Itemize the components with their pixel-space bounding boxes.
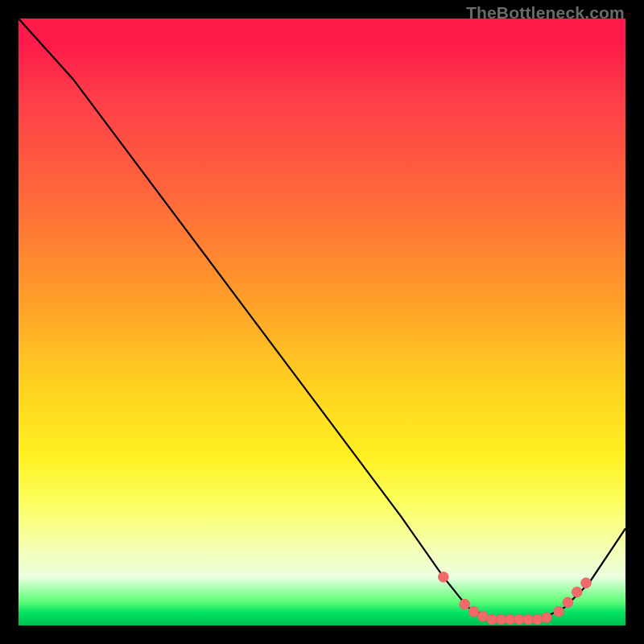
marker-dot	[554, 606, 564, 617]
marker-dot	[477, 611, 488, 621]
marker-dot	[581, 578, 592, 588]
marker-dot	[563, 597, 573, 608]
bottleneck-curve	[19, 19, 625, 620]
curve-layer	[19, 19, 625, 625]
chart-stage: TheBottleneck.com	[0, 0, 644, 644]
marker-dot	[438, 572, 448, 582]
marker-dot	[469, 606, 479, 617]
marker-dot	[542, 613, 552, 623]
marker-dot	[487, 614, 497, 625]
marker-dot	[572, 587, 582, 597]
plot-area	[19, 19, 625, 625]
marker-dot	[460, 599, 470, 609]
marker-dot	[514, 614, 525, 625]
marker-dot	[532, 614, 543, 625]
